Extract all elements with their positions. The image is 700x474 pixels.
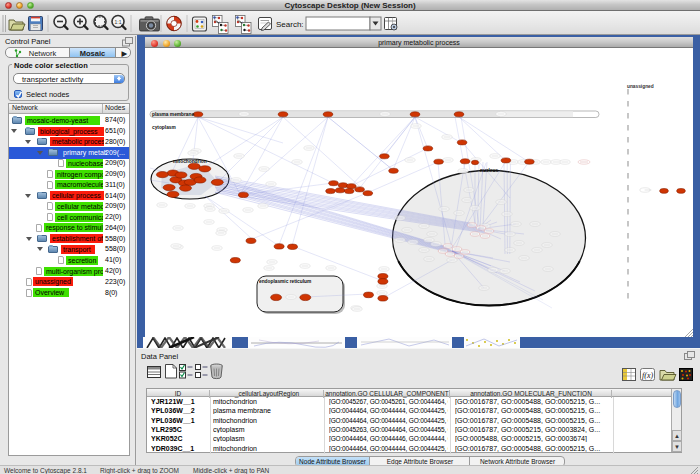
svg-text:plasma membrane: plasma membrane <box>152 112 194 117</box>
svg-text:1:1: 1:1 <box>115 19 122 25</box>
svg-text:endoplasmic reticulum: endoplasmic reticulum <box>259 279 311 284</box>
svg-text:unassigned: unassigned <box>627 84 654 89</box>
svg-text:nucleus: nucleus <box>480 168 498 173</box>
svg-text:mitochondrion: mitochondrion <box>173 159 207 164</box>
svg-text:Search:: Search: <box>276 20 304 29</box>
svg-text:cytoplasm: cytoplasm <box>152 125 176 130</box>
svg-text:f(x): f(x) <box>642 371 653 380</box>
